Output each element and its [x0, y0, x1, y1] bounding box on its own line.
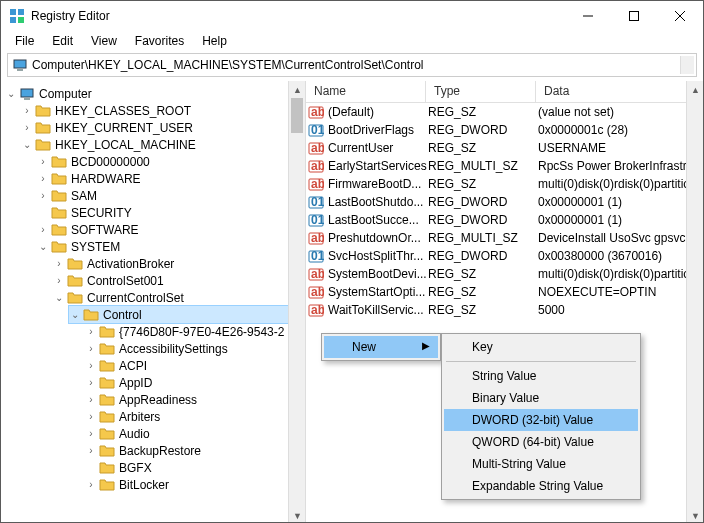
- col-type[interactable]: Type: [426, 81, 536, 102]
- value-row[interactable]: abWaitToKillServic...REG_SZ5000: [306, 301, 703, 319]
- value-row[interactable]: abSystemStartOpti...REG_SZ NOEXECUTE=OPT…: [306, 283, 703, 301]
- caret-icon[interactable]: ›: [21, 105, 33, 116]
- caret-icon[interactable]: ⌄: [53, 292, 65, 303]
- ctx-binary[interactable]: Binary Value: [444, 387, 638, 409]
- caret-icon[interactable]: ›: [85, 360, 97, 371]
- col-data[interactable]: Data: [536, 81, 703, 102]
- caret-icon[interactable]: ›: [53, 275, 65, 286]
- values-scrollbar[interactable]: ▲ ▼: [686, 81, 703, 523]
- ctx-expand[interactable]: Expandable String Value: [444, 475, 638, 497]
- tree-item[interactable]: ›BitLocker: [85, 476, 305, 493]
- tree-item[interactable]: ›AccessibilitySettings: [85, 340, 305, 357]
- address-bar[interactable]: [7, 53, 697, 77]
- column-headers: Name Type Data: [306, 81, 703, 103]
- maximize-button[interactable]: [611, 1, 657, 31]
- value-row[interactable]: abCurrentUserREG_SZUSERNAME: [306, 139, 703, 157]
- ctx-dword[interactable]: DWORD (32-bit) Value: [444, 409, 638, 431]
- value-row[interactable]: abSystemBootDevi...REG_SZmulti(0)disk(0)…: [306, 265, 703, 283]
- value-row[interactable]: 011LastBootSucce...REG_DWORD0x00000001 (…: [306, 211, 703, 229]
- tree-currentcontrolset[interactable]: ⌄CurrentControlSet: [53, 289, 305, 306]
- close-button[interactable]: [657, 1, 703, 31]
- caret-icon[interactable]: ⌄: [69, 309, 81, 320]
- binary-value-icon: 011: [308, 194, 324, 210]
- caret-icon[interactable]: ›: [85, 326, 97, 337]
- tree-sam[interactable]: ›SAM: [37, 187, 305, 204]
- caret-icon[interactable]: ⌄: [5, 88, 17, 99]
- svg-text:011: 011: [311, 213, 324, 227]
- value-row[interactable]: abFirmwareBootD...REG_SZmulti(0)disk(0)r…: [306, 175, 703, 193]
- tree-hkcu[interactable]: ›HKEY_CURRENT_USER: [21, 119, 305, 136]
- value-row[interactable]: abPreshutdownOr...REG_MULTI_SZDeviceInst…: [306, 229, 703, 247]
- scroll-down-icon[interactable]: ▼: [289, 507, 306, 523]
- menu-edit[interactable]: Edit: [44, 32, 81, 50]
- scroll-down-icon[interactable]: ▼: [687, 507, 703, 523]
- ctx-new[interactable]: New ▶: [324, 336, 438, 358]
- caret-icon[interactable]: ›: [85, 445, 97, 456]
- caret-icon[interactable]: ›: [21, 122, 33, 133]
- tree-security[interactable]: ›SECURITY: [37, 204, 305, 221]
- caret-icon[interactable]: ›: [53, 258, 65, 269]
- tree-computer[interactable]: ⌄ Computer: [5, 85, 305, 102]
- menu-file[interactable]: File: [7, 32, 42, 50]
- caret-icon[interactable]: ›: [85, 343, 97, 354]
- tree-item[interactable]: ›{7746D80F-97E0-4E26-9543-2: [85, 323, 305, 340]
- address-input[interactable]: [32, 58, 692, 72]
- value-row[interactable]: 011BootDriverFlagsREG_DWORD0x0000001c (2…: [306, 121, 703, 139]
- scroll-up-icon[interactable]: ▲: [289, 81, 306, 98]
- caret-icon[interactable]: ›: [37, 190, 49, 201]
- minimize-button[interactable]: [565, 1, 611, 31]
- tree-item[interactable]: ›BackupRestore: [85, 442, 305, 459]
- caret-icon[interactable]: ⌄: [37, 241, 49, 252]
- menu-view[interactable]: View: [83, 32, 125, 50]
- tree-software[interactable]: ›SOFTWARE: [37, 221, 305, 238]
- tree-activationbroker[interactable]: ›ActivationBroker: [53, 255, 305, 272]
- caret-icon[interactable]: ›: [37, 156, 49, 167]
- tree-controlset001[interactable]: ›ControlSet001: [53, 272, 305, 289]
- tree-system[interactable]: ⌄SYSTEM: [37, 238, 305, 255]
- menu-help[interactable]: Help: [194, 32, 235, 50]
- ctx-qword[interactable]: QWORD (64-bit) Value: [444, 431, 638, 453]
- menu-favorites[interactable]: Favorites: [127, 32, 192, 50]
- tree-item[interactable]: ›BGFX: [85, 459, 305, 476]
- value-row[interactable]: ab(Default)REG_SZ(value not set): [306, 103, 703, 121]
- caret-icon[interactable]: ›: [37, 224, 49, 235]
- tree-control[interactable]: ⌄Control: [69, 306, 305, 323]
- value-type: REG_SZ: [428, 141, 538, 155]
- value-row[interactable]: 011SvcHostSplitThr...REG_DWORD0x00380000…: [306, 247, 703, 265]
- tree-item[interactable]: ›AppReadiness: [85, 391, 305, 408]
- value-type: REG_SZ: [428, 285, 538, 299]
- tree-scrollbar[interactable]: ▲ ▼: [288, 81, 305, 523]
- value-type: REG_DWORD: [428, 213, 538, 227]
- ctx-string[interactable]: String Value: [444, 365, 638, 387]
- tree-item[interactable]: ›AppID: [85, 374, 305, 391]
- value-name: BootDriverFlags: [328, 123, 428, 137]
- tree-item[interactable]: ›Audio: [85, 425, 305, 442]
- value-type: REG_DWORD: [428, 195, 538, 209]
- value-name: WaitToKillServic...: [328, 303, 428, 317]
- caret-icon[interactable]: ›: [85, 377, 97, 388]
- ctx-multi[interactable]: Multi-String Value: [444, 453, 638, 475]
- folder-icon: [99, 324, 115, 340]
- caret-icon[interactable]: ›: [85, 479, 97, 490]
- scroll-thumb[interactable]: [291, 98, 303, 133]
- value-row[interactable]: abEarlyStartServicesREG_MULTI_SZRpcSs Po…: [306, 157, 703, 175]
- svg-rect-10: [21, 89, 33, 97]
- tree-item[interactable]: ›ACPI: [85, 357, 305, 374]
- caret-icon[interactable]: ›: [85, 394, 97, 405]
- caret-icon[interactable]: ›: [85, 428, 97, 439]
- tree-bcd[interactable]: ›BCD00000000: [37, 153, 305, 170]
- ctx-key[interactable]: Key: [444, 336, 638, 358]
- value-name: CurrentUser: [328, 141, 428, 155]
- caret-icon[interactable]: ⌄: [21, 139, 33, 150]
- address-dropdown[interactable]: [680, 56, 694, 74]
- caret-icon[interactable]: ›: [37, 173, 49, 184]
- tree-hkcr[interactable]: ›HKEY_CLASSES_ROOT: [21, 102, 305, 119]
- tree-hardware[interactable]: ›HARDWARE: [37, 170, 305, 187]
- value-name: LastBootSucce...: [328, 213, 428, 227]
- scroll-up-icon[interactable]: ▲: [687, 81, 703, 98]
- tree-hklm[interactable]: ⌄HKEY_LOCAL_MACHINE: [21, 136, 305, 153]
- caret-icon[interactable]: ›: [85, 411, 97, 422]
- value-row[interactable]: 011LastBootShutdo...REG_DWORD0x00000001 …: [306, 193, 703, 211]
- col-name[interactable]: Name: [306, 81, 426, 102]
- tree-item[interactable]: ›Arbiters: [85, 408, 305, 425]
